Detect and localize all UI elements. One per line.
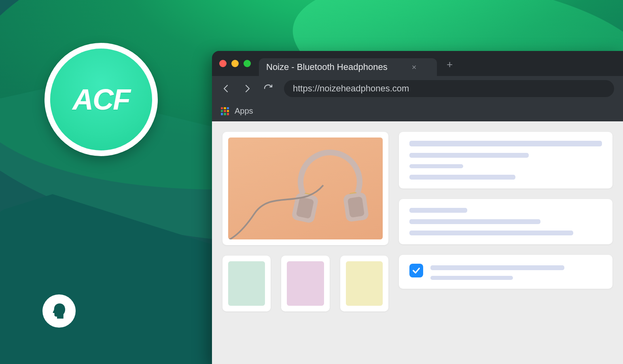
swatch-color — [287, 261, 324, 306]
window-close-button[interactable] — [219, 60, 227, 67]
address-bar[interactable]: https://noizeheadphones.com — [284, 80, 614, 97]
text-placeholder-line — [409, 153, 529, 158]
headphone-cable — [228, 181, 327, 239]
info-card-2[interactable] — [399, 199, 612, 244]
acf-badge: ACF — [44, 43, 158, 156]
head-silhouette-icon — [50, 302, 68, 320]
info-card-1[interactable] — [399, 132, 612, 188]
window-maximize-button[interactable] — [244, 60, 251, 67]
nav-forward-button[interactable] — [242, 83, 252, 94]
apps-bookmark-label[interactable]: Apps — [235, 106, 253, 116]
left-column — [222, 132, 388, 353]
check-icon — [412, 266, 421, 275]
swatch-row — [222, 256, 388, 311]
reload-button[interactable] — [263, 83, 273, 94]
product-image — [228, 138, 383, 239]
swatch-color — [228, 261, 265, 306]
browser-window: Noize - Bluetooth Headphones × + https:/… — [212, 51, 623, 364]
bookmarks-bar: Apps — [212, 101, 623, 121]
window-controls — [219, 60, 251, 67]
nav-back-button[interactable] — [221, 83, 231, 94]
text-placeholder-line — [409, 164, 463, 168]
tab-title: Noize - Bluetooth Headphones — [266, 62, 388, 72]
head-silhouette-logo — [42, 294, 76, 328]
page-content — [212, 121, 623, 364]
address-bar-url: https://noizeheadphones.com — [293, 83, 409, 94]
text-placeholder-line — [430, 265, 564, 270]
text-placeholder-line — [409, 175, 515, 180]
tab-strip: Noize - Bluetooth Headphones × + — [212, 51, 623, 76]
text-placeholder-line — [409, 231, 573, 235]
tab-close-icon[interactable]: × — [412, 63, 417, 72]
window-minimize-button[interactable] — [231, 60, 239, 67]
text-placeholder-line — [409, 141, 602, 146]
feature-checkbox[interactable] — [409, 264, 423, 277]
checkbox-text-placeholder — [430, 264, 602, 280]
checkbox-card[interactable] — [399, 255, 612, 289]
acf-badge-inner: ACF — [50, 49, 152, 150]
text-placeholder-line — [430, 276, 513, 280]
text-placeholder-line — [409, 208, 467, 213]
arrow-right-icon — [242, 84, 252, 93]
browser-tab[interactable]: Noize - Bluetooth Headphones × — [259, 58, 437, 76]
color-swatch-2[interactable] — [340, 256, 388, 311]
browser-toolbar: https://noizeheadphones.com — [212, 76, 623, 101]
swatch-color — [346, 261, 383, 306]
arrow-left-icon — [221, 84, 231, 93]
color-swatch-0[interactable] — [222, 256, 271, 311]
color-swatch-1[interactable] — [281, 256, 329, 311]
acf-badge-text: ACF — [72, 83, 130, 116]
reload-icon — [263, 84, 273, 93]
right-column — [399, 132, 612, 353]
product-image-card[interactable] — [222, 132, 388, 245]
text-placeholder-line — [409, 219, 540, 224]
apps-grid-icon[interactable] — [221, 107, 229, 115]
new-tab-button[interactable]: + — [443, 58, 457, 71]
